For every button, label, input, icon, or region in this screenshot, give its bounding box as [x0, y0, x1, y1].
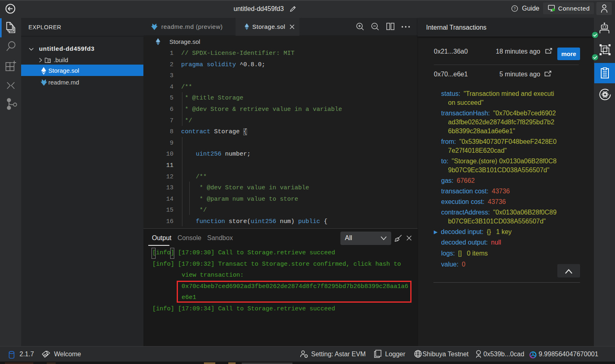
svg-text:?: ? [513, 6, 515, 11]
